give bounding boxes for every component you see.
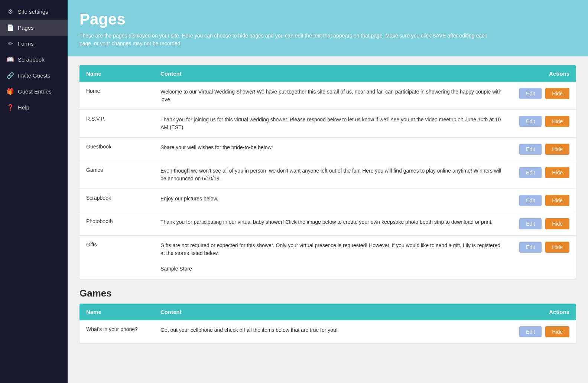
- col-content-header: Content: [154, 65, 513, 82]
- table-row: R.S.V.P. Thank you for joining us for th…: [79, 110, 576, 138]
- row-actions-2: Edit Hide: [513, 138, 576, 161]
- sidebar-item-forms[interactable]: ✏Forms: [0, 36, 68, 52]
- hide-button-3[interactable]: Hide: [545, 167, 569, 178]
- table-row: Guestbook Share your well wishes for the…: [79, 138, 576, 161]
- edit-button-1[interactable]: Edit: [519, 116, 542, 127]
- content-area: Name Content Actions Home Welcome to our…: [68, 56, 588, 358]
- row-content-1: Thank you for joining us for this virtua…: [154, 110, 513, 138]
- main-content: Pages These are the pages displayed on y…: [68, 0, 588, 383]
- row-content-5: Thank you for participating in our virtu…: [154, 212, 513, 236]
- games-row-actions-0: Edit Hide: [513, 320, 576, 343]
- sidebar-item-guest-entries[interactable]: 🎁Guest Entries: [0, 84, 68, 99]
- pages-table-header: Name Content Actions: [79, 65, 576, 82]
- games-table-header: Name Content Actions: [79, 304, 576, 320]
- sidebar-item-site-settings[interactable]: ⚙Site settings: [0, 4, 68, 20]
- hide-button-2[interactable]: Hide: [545, 144, 569, 155]
- edit-button-6[interactable]: Edit: [519, 242, 542, 253]
- sidebar-item-label: Help: [18, 104, 29, 111]
- edit-button-3[interactable]: Edit: [519, 167, 542, 178]
- row-content-2: Share your well wishes for the bride-to-…: [154, 138, 513, 161]
- col-name-header: Name: [79, 65, 154, 82]
- row-name-5: Photobooth: [79, 212, 154, 236]
- sidebar-item-invite-guests[interactable]: 🔗Invite Guests: [0, 68, 68, 84]
- row-name-1: R.S.V.P.: [79, 110, 154, 138]
- pages-icon: 📄: [7, 24, 14, 31]
- row-actions-1: Edit Hide: [513, 110, 576, 138]
- games-col-content-header: Content: [154, 304, 513, 320]
- forms-icon: ✏: [7, 40, 14, 47]
- pages-table: Name Content Actions Home Welcome to our…: [79, 65, 576, 279]
- hide-button-5[interactable]: Hide: [545, 218, 569, 229]
- row-name-6: Gifts: [79, 236, 154, 279]
- hide-button-1[interactable]: Hide: [545, 116, 569, 127]
- edit-button-5[interactable]: Edit: [519, 218, 542, 229]
- row-name-4: Scrapbook: [79, 189, 154, 212]
- hide-button-4[interactable]: Hide: [545, 195, 569, 206]
- table-row: Home Welcome to our Virtual Wedding Show…: [79, 82, 576, 110]
- row-actions-4: Edit Hide: [513, 189, 576, 212]
- sidebar-item-label: Forms: [18, 40, 34, 47]
- sidebar-item-label: Scrapbook: [18, 56, 45, 63]
- sidebar-item-pages[interactable]: 📄Pages: [0, 20, 68, 36]
- row-content-3: Even though we won't see all of you in p…: [154, 161, 513, 189]
- hide-button-6[interactable]: Hide: [545, 242, 569, 253]
- games-table: Name Content Actions What's in your phon…: [79, 304, 576, 343]
- site-settings-icon: ⚙: [7, 8, 14, 15]
- sidebar-item-scrapbook[interactable]: 📖Scrapbook: [0, 52, 68, 68]
- edit-button-0[interactable]: Edit: [519, 88, 542, 99]
- pages-table-body: Home Welcome to our Virtual Wedding Show…: [79, 82, 576, 279]
- games-edit-button-0[interactable]: Edit: [519, 326, 542, 337]
- games-row-name-0: What's in your phone?: [79, 320, 154, 343]
- row-actions-5: Edit Hide: [513, 212, 576, 236]
- invite-guests-icon: 🔗: [7, 72, 14, 79]
- games-col-name-header: Name: [79, 304, 154, 320]
- games-hide-button-0[interactable]: Hide: [545, 326, 569, 337]
- games-col-actions-header: Actions: [513, 304, 576, 320]
- row-actions-0: Edit Hide: [513, 82, 576, 110]
- sidebar-item-label: Invite Guests: [18, 72, 51, 79]
- sidebar-item-label: Pages: [18, 24, 34, 31]
- help-icon: ❓: [7, 104, 14, 111]
- page-title: Pages: [79, 10, 576, 28]
- table-row: What's in your phone? Get out your cellp…: [79, 320, 576, 343]
- sidebar-item-label: Guest Entries: [18, 88, 52, 95]
- sidebar-item-label: Site settings: [18, 9, 48, 15]
- games-section-heading: Games: [79, 288, 576, 299]
- games-row-content-0: Get out your cellphone and check off all…: [154, 320, 513, 343]
- row-actions-6: Edit Hide: [513, 236, 576, 279]
- row-actions-3: Edit Hide: [513, 161, 576, 189]
- row-name-2: Guestbook: [79, 138, 154, 161]
- sidebar-item-help[interactable]: ❓Help: [0, 99, 68, 115]
- page-header: Pages These are the pages displayed on y…: [68, 0, 588, 56]
- row-name-0: Home: [79, 82, 154, 110]
- edit-button-4[interactable]: Edit: [519, 195, 542, 206]
- col-actions-header: Actions: [513, 65, 576, 82]
- guest-entries-icon: 🎁: [7, 88, 14, 95]
- row-name-3: Games: [79, 161, 154, 189]
- page-description: These are the pages displayed on your si…: [79, 32, 488, 48]
- row-content-4: Enjoy our pictures below.: [154, 189, 513, 212]
- hide-button-0[interactable]: Hide: [545, 88, 569, 99]
- table-row: Photobooth Thank you for participating i…: [79, 212, 576, 236]
- row-content-6: Gifts are not required or expected for t…: [154, 236, 513, 279]
- table-row: Gifts Gifts are not required or expected…: [79, 236, 576, 279]
- table-row: Games Even though we won't see all of yo…: [79, 161, 576, 189]
- edit-button-2[interactable]: Edit: [519, 144, 542, 155]
- sidebar: ⚙Site settings📄Pages✏Forms📖Scrapbook🔗Inv…: [0, 0, 68, 383]
- row-content-0: Welcome to our Virtual Wedding Shower! W…: [154, 82, 513, 110]
- table-row: Scrapbook Enjoy our pictures below. Edit…: [79, 189, 576, 212]
- games-table-body: What's in your phone? Get out your cellp…: [79, 320, 576, 343]
- scrapbook-icon: 📖: [7, 56, 14, 63]
